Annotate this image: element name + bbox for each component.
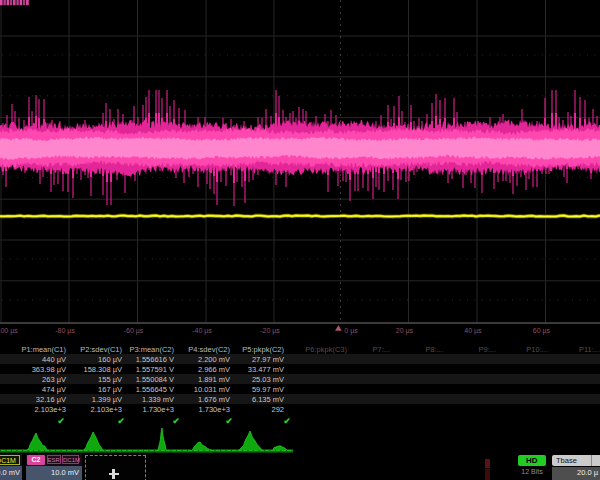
svg-text:-60 µs: -60 µs	[124, 327, 144, 335]
svg-text:-80 µs: -80 µs	[55, 327, 75, 335]
svg-text:-20 µs: -20 µs	[260, 327, 280, 335]
svg-text:-100 µs: -100 µs	[0, 327, 18, 335]
svg-text:-40 µs: -40 µs	[192, 327, 212, 335]
svg-text:0 µs: 0 µs	[344, 327, 358, 335]
svg-text:60 µs: 60 µs	[533, 327, 551, 335]
svg-text:40 µs: 40 µs	[464, 327, 482, 335]
svg-text:20 µs: 20 µs	[396, 327, 414, 335]
